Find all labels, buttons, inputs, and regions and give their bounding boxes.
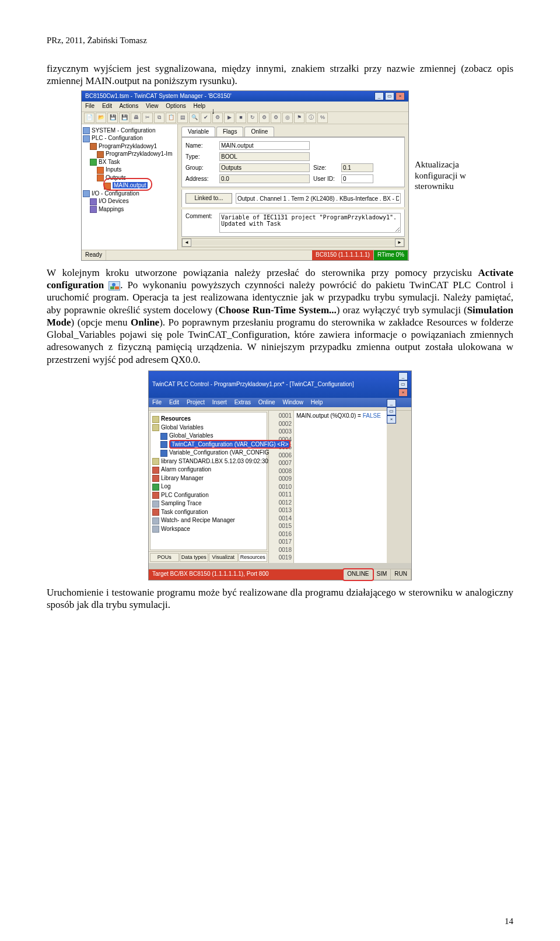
close-icon[interactable]: × bbox=[396, 92, 405, 100]
menu-options[interactable]: Options bbox=[166, 103, 186, 109]
menu-bar[interactable]: File Edit Project Insert Extras Online W… bbox=[149, 398, 411, 408]
maximize-icon[interactable]: ▭ bbox=[398, 380, 408, 389]
menu-window[interactable]: Window bbox=[282, 399, 303, 405]
resources-panel: Resources Global Variables Global_Variab… bbox=[149, 411, 269, 563]
gear2-icon[interactable]: ⚙ bbox=[271, 113, 281, 123]
target-icon[interactable]: ◎ bbox=[282, 113, 293, 123]
tab-data-types[interactable]: Data types bbox=[180, 553, 209, 562]
menu-online[interactable]: Online bbox=[258, 399, 275, 405]
copy-icon[interactable]: ⧉ bbox=[154, 113, 164, 123]
menu-bar[interactable]: File Edit Actions View Options Help bbox=[82, 102, 408, 112]
tree-global-variables-folder[interactable]: Global Variables bbox=[161, 424, 204, 431]
menu-view[interactable]: View bbox=[146, 103, 159, 109]
child-close-icon[interactable]: × bbox=[387, 415, 396, 424]
tree-plc-configuration[interactable]: PLC Configuration bbox=[161, 492, 209, 498]
percent-icon[interactable]: % bbox=[317, 113, 328, 123]
tree-mappings[interactable]: Mappings bbox=[99, 206, 124, 212]
stop-icon[interactable]: ■ bbox=[236, 113, 246, 123]
menu-file[interactable]: File bbox=[85, 103, 94, 109]
tab-pous[interactable]: POUs bbox=[150, 553, 179, 562]
activate-config-icon[interactable]: ⚙↓ bbox=[212, 113, 223, 123]
tab-flags[interactable]: Flags bbox=[216, 127, 243, 137]
tab-visualization[interactable]: Visualizat bbox=[209, 553, 238, 562]
tab-variable[interactable]: Variable bbox=[181, 127, 215, 137]
child-minimize-icon[interactable]: _ bbox=[387, 399, 396, 407]
tree-program1[interactable]: ProgramPrzykladowy1 bbox=[99, 143, 157, 149]
label-userid: User ID: bbox=[313, 176, 338, 183]
tree-task-config[interactable]: Task configuration bbox=[161, 509, 208, 515]
menu-actions[interactable]: Actions bbox=[119, 103, 138, 109]
bottom-tabs: POUs Data types Visualizat Resources bbox=[149, 551, 268, 563]
run-icon[interactable]: ▶ bbox=[224, 113, 235, 123]
input-userid[interactable] bbox=[341, 174, 373, 183]
tree-io-config[interactable]: I/O - Configuration bbox=[92, 190, 139, 197]
tree-outputs[interactable]: Outputs bbox=[106, 174, 126, 181]
para-3: Uruchomienie i testowanie programu może … bbox=[47, 586, 513, 611]
menu-file[interactable]: File bbox=[152, 399, 162, 405]
find-icon[interactable]: 🔍 bbox=[189, 113, 200, 123]
horizontal-scrollbar[interactable]: ◄ ► bbox=[181, 238, 405, 247]
check-icon[interactable]: ✔ bbox=[201, 113, 211, 123]
nav-icon[interactable]: ▤ bbox=[177, 113, 188, 123]
linked-to-button[interactable]: Linked to... bbox=[186, 193, 232, 204]
scroll-left-icon[interactable]: ◄ bbox=[182, 239, 191, 247]
close-icon[interactable]: × bbox=[398, 389, 408, 397]
tree-bx-task[interactable]: BX Task bbox=[99, 159, 120, 165]
property-panel: Variable Flags Online Name: Type: Group:… bbox=[178, 124, 408, 250]
minimize-icon[interactable]: _ bbox=[374, 92, 384, 100]
code-editor[interactable]: MAIN.output (%QX0.0) = FALSE bbox=[294, 411, 387, 563]
status-ready: Ready bbox=[82, 250, 106, 260]
tree-plc-config[interactable]: PLC - Configuration bbox=[92, 135, 143, 141]
tree-sampling-trace[interactable]: Sampling Trace bbox=[161, 500, 201, 506]
menu-help[interactable]: Help bbox=[311, 399, 323, 405]
tree-inputs[interactable]: Inputs bbox=[106, 166, 121, 173]
resources-root[interactable]: Resources bbox=[161, 415, 191, 422]
tab-online[interactable]: Online bbox=[244, 127, 274, 137]
paste-icon[interactable]: 📋 bbox=[166, 113, 176, 123]
tree-main-output[interactable]: MAIN.output bbox=[113, 182, 148, 188]
flag-icon[interactable]: ⚑ bbox=[294, 113, 304, 123]
tree-watch-recipe[interactable]: Watch- and Recipe Manager bbox=[161, 517, 235, 523]
tree-view[interactable]: SYSTEM - Configuration PLC - Configurati… bbox=[82, 124, 178, 250]
menu-help[interactable]: Help bbox=[193, 103, 205, 109]
resources-tree[interactable]: Resources Global Variables Global_Variab… bbox=[150, 412, 267, 550]
activate-configuration-icon bbox=[108, 281, 120, 291]
open-icon[interactable]: 📂 bbox=[96, 113, 106, 123]
status-bar: Ready BC8150 (1.1.1.1.1.1) RTime 0% bbox=[82, 250, 408, 260]
tree-io-devices[interactable]: I/O Devices bbox=[99, 198, 129, 204]
scroll-right-icon[interactable]: ► bbox=[395, 239, 404, 247]
para-1: fizycznym wyjściem jest sygnalizowana, m… bbox=[47, 62, 513, 88]
tree-library-manager[interactable]: Library Manager bbox=[161, 475, 204, 481]
label-comment: Comment: bbox=[186, 213, 216, 233]
menu-insert[interactable]: Insert bbox=[212, 399, 227, 405]
tree-twincat-configuration[interactable]: TwinCAT_Configuration (VAR_CONFIG) <R> bbox=[169, 440, 290, 449]
label-size: Size: bbox=[313, 165, 338, 172]
menu-edit[interactable]: Edit bbox=[169, 399, 179, 405]
info-icon[interactable]: ⓘ bbox=[306, 113, 316, 123]
minimize-icon[interactable]: _ bbox=[398, 372, 408, 380]
tree-alarm-config[interactable]: Alarm configuration bbox=[161, 466, 211, 473]
gear-icon[interactable]: ⚙ bbox=[259, 113, 270, 123]
new-icon[interactable]: 📄 bbox=[84, 113, 94, 123]
reload-icon[interactable]: ↻ bbox=[247, 113, 258, 123]
tab-resources[interactable]: Resources bbox=[239, 553, 268, 562]
maximize-icon[interactable]: ▭ bbox=[385, 92, 394, 100]
print-icon[interactable]: 🖶 bbox=[131, 113, 141, 123]
cut-icon[interactable]: ✂ bbox=[142, 113, 153, 123]
titlebar: BC8150Cw1.tsm - TwinCAT System Manager -… bbox=[82, 91, 408, 102]
tree-log[interactable]: Log bbox=[161, 483, 171, 489]
tree-global-variables[interactable]: Global_Variables bbox=[169, 432, 213, 439]
menu-extras[interactable]: Extras bbox=[235, 399, 251, 405]
status-sim: SIM bbox=[373, 569, 391, 580]
tree-system-config[interactable]: SYSTEM - Configuration bbox=[92, 127, 156, 134]
tree-program1-im[interactable]: ProgramPrzykladowy1-Im bbox=[106, 151, 172, 157]
save-icon[interactable]: 💾 bbox=[107, 113, 118, 123]
input-name[interactable] bbox=[219, 141, 310, 150]
input-comment[interactable]: Variable of IEC1131 project "ProgramPrzy… bbox=[219, 213, 401, 233]
child-restore-icon[interactable]: ▭ bbox=[387, 407, 396, 415]
menu-project[interactable]: Project bbox=[187, 399, 205, 405]
menu-edit[interactable]: Edit bbox=[102, 103, 112, 109]
tree-workspace[interactable]: Workspace bbox=[161, 526, 190, 532]
tree-variable-configuration[interactable]: Variable_Configuration (VAR_CONFIG) bbox=[169, 449, 271, 456]
save-all-icon[interactable]: 💾 bbox=[119, 113, 130, 123]
